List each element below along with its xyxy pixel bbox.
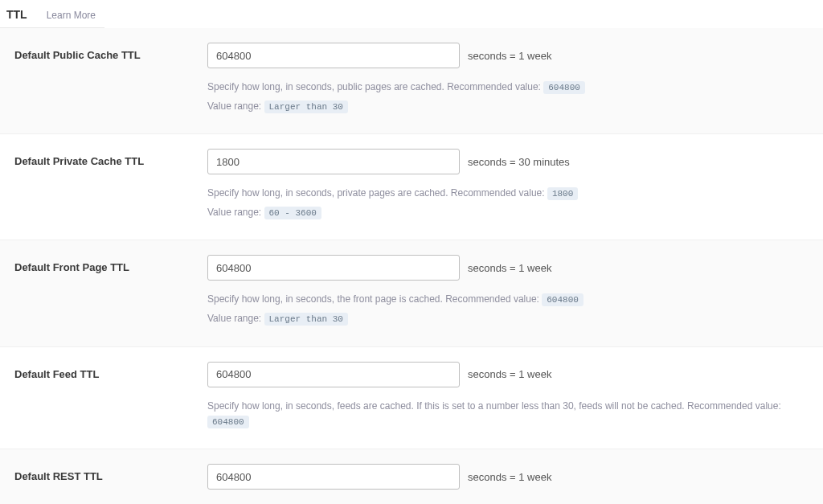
- recommended-value-pill: 1800: [547, 187, 578, 200]
- recommended-value-pill: 604800: [542, 293, 583, 306]
- suffix-text: seconds = 30 minutes: [468, 156, 570, 168]
- help-text: Specify how long, in seconds, REST calls…: [207, 501, 809, 504]
- input-line: seconds = 1 week: [207, 43, 809, 68]
- body-private-cache-ttl: seconds = 30 minutes Specify how long, i…: [207, 149, 809, 223]
- help-prefix: Specify how long, in seconds, the front …: [207, 293, 539, 305]
- range-value-pill: Larger than 30: [264, 100, 348, 113]
- suffix-text: seconds = 1 week: [468, 368, 551, 380]
- label-public-cache-ttl: Default Public Cache TTL: [14, 43, 207, 61]
- row-rest-ttl: Default REST TTL seconds = 1 week Specif…: [0, 449, 823, 504]
- body-feed-ttl: seconds = 1 week Specify how long, in se…: [207, 362, 809, 433]
- range-label: Value range:: [207, 100, 261, 112]
- suffix-text: seconds = 1 week: [468, 262, 551, 274]
- row-public-cache-ttl: Default Public Cache TTL seconds = 1 wee…: [0, 28, 823, 134]
- learn-more-link[interactable]: Learn More: [47, 10, 96, 21]
- row-private-cache-ttl: Default Private Cache TTL seconds = 30 m…: [0, 134, 823, 240]
- help-prefix: Specify how long, in seconds, public pag…: [207, 81, 541, 92]
- help-text: Specify how long, in seconds, feeds are …: [207, 399, 809, 430]
- body-front-page-ttl: seconds = 1 week Specify how long, in se…: [207, 255, 809, 330]
- help-text: Specify how long, in seconds, the front …: [207, 292, 809, 326]
- body-rest-ttl: seconds = 1 week Specify how long, in se…: [207, 464, 809, 504]
- front-page-ttl-input[interactable]: [207, 255, 460, 281]
- section-title: TTL: [6, 8, 27, 21]
- label-private-cache-ttl: Default Private Cache TTL: [14, 149, 207, 167]
- feed-ttl-input[interactable]: [207, 362, 460, 387]
- range-value-pill: 60 - 3600: [264, 207, 321, 219]
- range-value-pill: Larger than 30: [264, 313, 348, 326]
- help-text: Specify how long, in seconds, private pa…: [207, 186, 809, 220]
- body-public-cache-ttl: seconds = 1 week Specify how long, in se…: [207, 43, 809, 117]
- label-feed-ttl: Default Feed TTL: [14, 362, 207, 380]
- range-label: Value range:: [207, 207, 261, 218]
- input-line: seconds = 1 week: [207, 464, 809, 490]
- label-front-page-ttl: Default Front Page TTL: [14, 255, 207, 273]
- input-line: seconds = 30 minutes: [207, 149, 809, 174]
- range-label: Value range:: [207, 313, 261, 324]
- help-text: Specify how long, in seconds, public pag…: [207, 80, 809, 114]
- help-prefix: Specify how long, in seconds, feeds are …: [207, 400, 781, 412]
- section-header: TTL Learn More: [0, 0, 104, 28]
- input-line: seconds = 1 week: [207, 255, 809, 281]
- input-line: seconds = 1 week: [207, 362, 809, 387]
- private-cache-ttl-input[interactable]: [207, 149, 460, 174]
- row-feed-ttl: Default Feed TTL seconds = 1 week Specif…: [0, 347, 823, 450]
- recommended-value-pill: 604800: [207, 416, 249, 428]
- suffix-text: seconds = 1 week: [468, 471, 551, 483]
- rest-ttl-input[interactable]: [207, 464, 460, 490]
- suffix-text: seconds = 1 week: [468, 50, 551, 62]
- label-rest-ttl: Default REST TTL: [14, 464, 207, 482]
- recommended-value-pill: 604800: [543, 81, 585, 94]
- public-cache-ttl-input[interactable]: [207, 43, 460, 68]
- help-prefix: Specify how long, in seconds, private pa…: [207, 187, 545, 199]
- row-front-page-ttl: Default Front Page TTL seconds = 1 week …: [0, 240, 823, 346]
